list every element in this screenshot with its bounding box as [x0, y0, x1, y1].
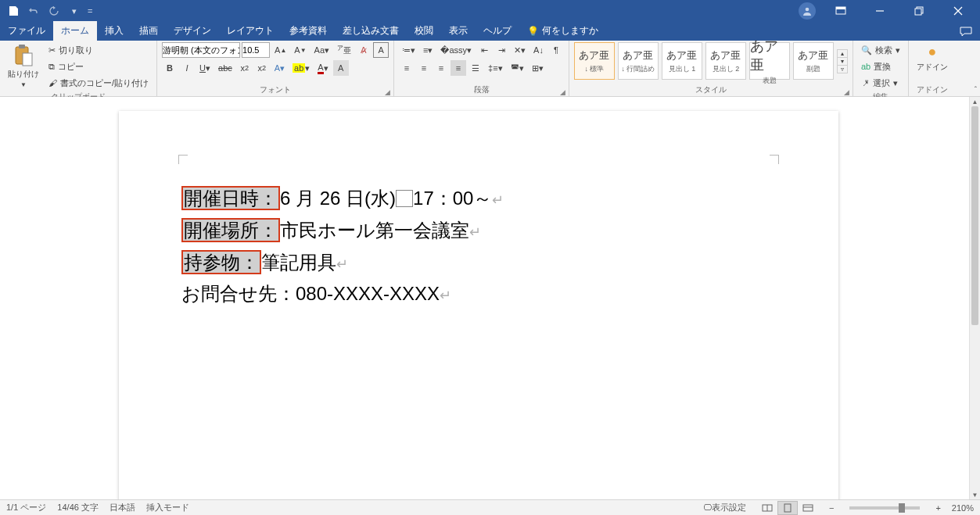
insert-mode[interactable]: 挿入モード [146, 502, 189, 513]
zoom-in-button[interactable]: + [935, 503, 940, 513]
bold-button[interactable]: B [162, 60, 178, 76]
style-heading2[interactable]: あア亜見出し 2 [705, 42, 746, 80]
body-text[interactable]: 市民ホール第一会議室 [280, 220, 469, 241]
shading-button[interactable]: ◚▾ [508, 60, 527, 76]
change-case-button[interactable]: Aa▾ [311, 42, 332, 58]
addins-button[interactable]: ●アドイン [914, 42, 951, 74]
text-direction-button[interactable]: ✕▾ [511, 42, 529, 58]
tab-help[interactable]: ヘルプ [476, 21, 519, 41]
scroll-down-icon[interactable]: ▼ [970, 490, 980, 499]
style-no-spacing[interactable]: あア亜↓ 行間詰め [618, 42, 659, 80]
highlighted-text[interactable]: 持参物： [181, 250, 261, 274]
phonetic-guide-button[interactable]: ア亜 [334, 42, 354, 58]
scrollbar-thumb[interactable] [971, 106, 978, 325]
decrease-indent-button[interactable]: ⇤ [476, 42, 492, 58]
show-marks-button[interactable]: ¶ [548, 42, 564, 58]
body-text[interactable]: 6 月 26 日(水)17：00～ [280, 188, 492, 209]
multilevel-button[interactable]: �assy▾ [437, 42, 475, 58]
bullets-button[interactable]: ≔▾ [399, 42, 418, 58]
find-button[interactable]: 🔍検索▾ [858, 42, 903, 58]
tab-view[interactable]: 表示 [441, 21, 476, 41]
document-area[interactable]: 開催日時：6 月 26 日(水)17：00～↵ 開催場所：市民ホール第一会議室↵… [0, 97, 969, 499]
font-name-combo[interactable] [162, 42, 240, 58]
paragraph[interactable]: 開催日時：6 月 26 日(水)17：00～↵ [181, 183, 776, 215]
font-launcher-icon[interactable]: ◢ [385, 88, 390, 96]
style-title[interactable]: あア亜表題 [749, 42, 790, 80]
enclose-characters-button[interactable]: A [373, 42, 389, 58]
superscript-button[interactable]: x2 [254, 60, 270, 76]
redo-icon[interactable] [47, 4, 61, 18]
close-icon[interactable] [944, 0, 972, 22]
paragraph[interactable]: お問合せ先：080-XXXX-XXXX↵ [181, 278, 776, 310]
highlighted-text[interactable]: 開催場所： [181, 218, 280, 242]
tab-design[interactable]: デザイン [166, 21, 219, 41]
zoom-level[interactable]: 210% [952, 503, 974, 513]
ribbon-display-icon[interactable] [827, 0, 855, 22]
cut-button[interactable]: ✂ 切り取り [45, 42, 152, 58]
style-heading1[interactable]: あア亜見出し 1 [662, 42, 702, 80]
line-spacing-button[interactable]: ‡≡▾ [485, 60, 506, 76]
font-color-button[interactable]: A▾ [314, 60, 331, 76]
justify-button[interactable]: ≡ [451, 60, 466, 76]
grow-font-button[interactable]: A▲ [271, 42, 289, 58]
align-left-button[interactable]: ≡ [399, 60, 415, 76]
qat-customize-icon[interactable]: ▾ [67, 4, 81, 18]
numbering-button[interactable]: ≡▾ [420, 42, 436, 58]
minimize-icon[interactable] [866, 0, 894, 22]
select-button[interactable]: ⭷選択▾ [858, 75, 901, 91]
paragraph[interactable]: 持参物：筆記用具↵ [181, 247, 776, 279]
tab-references[interactable]: 参考資料 [282, 21, 335, 41]
tab-layout[interactable]: レイアウト [219, 21, 282, 41]
tab-insert[interactable]: 挿入 [97, 21, 131, 41]
collapse-ribbon-icon[interactable]: ˆ [975, 86, 977, 95]
align-right-button[interactable]: ≡ [433, 60, 449, 76]
subscript-button[interactable]: x2 [237, 60, 253, 76]
increase-indent-button[interactable]: ⇥ [494, 42, 509, 58]
styles-gallery-more[interactable]: ▴▾▿ [837, 49, 848, 73]
shrink-font-button[interactable]: A▼ [291, 42, 309, 58]
document-body[interactable]: 開催日時：6 月 26 日(水)17：00～↵ 開催場所：市民ホール第一会議室↵… [181, 183, 776, 310]
copy-button[interactable]: ⧉ コピー [45, 59, 152, 74]
zoom-slider-knob[interactable] [899, 503, 905, 513]
read-mode-button[interactable] [757, 501, 777, 515]
sort-button[interactable]: A↓ [530, 42, 547, 58]
tell-me-search[interactable]: 💡 何をしますか [519, 21, 606, 41]
text-effects-button[interactable]: A▾ [271, 60, 288, 76]
save-icon[interactable] [6, 4, 20, 18]
tab-draw[interactable]: 描画 [131, 21, 166, 41]
borders-button[interactable]: ⊞▾ [529, 60, 547, 76]
comments-icon[interactable] [952, 23, 980, 41]
body-text[interactable]: お問合せ先：080-XXXX-XXXX [181, 283, 440, 304]
language-indicator[interactable]: 日本語 [109, 502, 135, 513]
styles-launcher-icon[interactable]: ◢ [844, 88, 849, 96]
paragraph-launcher-icon[interactable]: ◢ [560, 88, 565, 96]
format-painter-button[interactable]: 🖌 書式のコピー/貼り付け [45, 75, 152, 91]
font-size-combo[interactable] [242, 42, 270, 58]
zoom-out-button[interactable]: − [829, 503, 834, 513]
tab-review[interactable]: 校閲 [407, 21, 441, 41]
style-normal[interactable]: あア亜↓ 標準 [574, 42, 615, 80]
vertical-scrollbar[interactable]: ▲ ▼ [969, 97, 980, 499]
account-icon[interactable] [799, 2, 816, 20]
align-center-button[interactable]: ≡ [416, 60, 432, 76]
replace-button[interactable]: ab置換 [858, 59, 894, 74]
underline-button[interactable]: U▾ [196, 60, 214, 76]
body-text[interactable]: 筆記用具 [261, 252, 336, 273]
highlight-button[interactable]: ab▾ [289, 60, 313, 76]
paragraph[interactable]: 開催場所：市民ホール第一会議室↵ [181, 215, 776, 247]
style-subtitle[interactable]: あア亜副題 [793, 42, 834, 80]
web-layout-button[interactable] [798, 501, 818, 515]
undo-icon[interactable] [27, 4, 41, 18]
clear-formatting-button[interactable]: A̷ [356, 42, 372, 58]
strikethrough-button[interactable]: abc [215, 60, 235, 76]
scroll-up-icon[interactable]: ▲ [970, 97, 980, 106]
distributed-button[interactable]: ☰ [468, 60, 483, 76]
paste-button[interactable]: 貼り付け ▼ [5, 42, 42, 90]
word-count[interactable]: 14/46 文字 [57, 502, 99, 513]
tab-home[interactable]: ホーム [53, 21, 97, 41]
character-shading-button[interactable]: A [333, 60, 349, 76]
highlighted-text[interactable]: 開催日時： [181, 186, 280, 210]
tab-mailings[interactable]: 差し込み文書 [335, 21, 407, 41]
page-indicator[interactable]: 1/1 ページ [6, 502, 46, 513]
display-settings-button[interactable]: 🖵表示設定 [703, 502, 746, 513]
